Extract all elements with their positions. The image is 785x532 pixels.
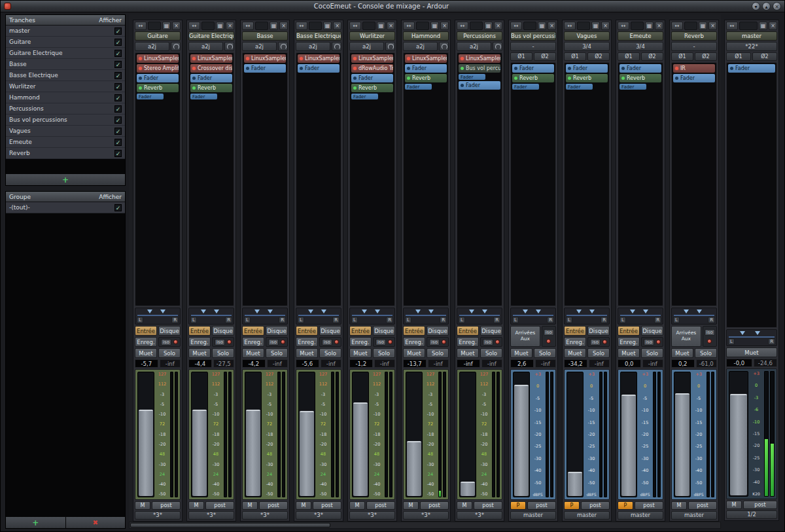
strip-hide-icon[interactable]: ×: [708, 22, 717, 30]
processor-fader[interactable]: Fader: [190, 74, 232, 82]
processor-box[interactable]: LinuxSamplerStereo AmplifieFaderReverbFa…: [135, 52, 181, 306]
phase-invert-button-2[interactable]: Ø2: [534, 52, 556, 61]
strip-visible-checkbox[interactable]: ✓: [114, 61, 122, 68]
input-source-button[interactable]: Entrée: [135, 326, 157, 336]
strip-width-button[interactable]: ↔: [510, 22, 522, 30]
meter-type-button[interactable]: P: [618, 501, 633, 510]
record-arm-button[interactable]: Enreg.: [188, 337, 211, 347]
strip-width-button[interactable]: ↔: [457, 22, 468, 30]
processor-fader[interactable]: Fader: [619, 64, 661, 73]
disk-source-button[interactable]: Disque: [641, 326, 663, 336]
strip-input-button[interactable]: a2j: [457, 42, 491, 51]
processor-linuxsampler[interactable]: LinuxSampler: [298, 54, 340, 63]
processor-box[interactable]: IRFader: [671, 62, 717, 306]
gain-display[interactable]: 0,0: [618, 359, 641, 368]
phase-invert-button-2[interactable]: Ø2: [752, 52, 777, 61]
strip-visible-checkbox[interactable]: ✓: [114, 72, 122, 79]
gain-display[interactable]: -13,7: [403, 359, 427, 368]
fader-handle[interactable]: [246, 410, 260, 496]
phase-invert-button-1[interactable]: Ø1: [618, 52, 640, 61]
meter-point-button[interactable]: post: [743, 501, 777, 509]
strip-visible-checkbox[interactable]: ✓: [114, 50, 122, 57]
meter-type-button[interactable]: M: [135, 501, 150, 510]
sidebar-strip-row[interactable]: Bus vol percussions✓: [6, 115, 125, 126]
strip-input-button[interactable]: a2j: [296, 42, 330, 51]
strip-name-button[interactable]: master: [726, 31, 777, 41]
meter-point-button[interactable]: post: [313, 501, 341, 510]
pan-control[interactable]: LR: [349, 308, 395, 325]
processor-fader[interactable]: Fader: [673, 74, 715, 82]
remove-group-button[interactable]: ✖: [66, 517, 126, 528]
sidebar-group-row[interactable]: -(tout)-✓: [6, 202, 125, 213]
meter-type-button[interactable]: M: [296, 501, 311, 510]
mute-button[interactable]: Muet: [403, 348, 425, 358]
strip-name-button[interactable]: Bus vol percussions: [510, 31, 556, 41]
phase-invert-button-2[interactable]: Ø2: [695, 52, 717, 61]
strip-width-button[interactable]: ↔: [135, 22, 147, 30]
gain-display[interactable]: -4,2: [242, 359, 266, 368]
strip-width-button[interactable]: ↔: [726, 22, 738, 30]
strip-hide-icon[interactable]: ×: [387, 22, 395, 30]
input-source-button[interactable]: Entrée: [296, 326, 318, 336]
solo-isolate-button[interactable]: iso: [322, 339, 332, 346]
midi-input-knob-icon[interactable]: [278, 42, 288, 51]
strip-width-button[interactable]: ↔: [618, 22, 629, 30]
strip-hide-icon[interactable]: ×: [769, 22, 777, 30]
fader-handle[interactable]: [353, 402, 368, 496]
processor-bus-vol-percussi[interactable]: Bus vol percussi: [459, 64, 500, 73]
strip-name-button[interactable]: Emeute: [618, 31, 663, 41]
record-arm-button[interactable]: Enreg.: [135, 337, 157, 347]
processor-reverb[interactable]: Reverb: [137, 84, 179, 92]
input-source-button[interactable]: Entrée: [242, 326, 264, 336]
mute-button[interactable]: Muet: [671, 348, 693, 358]
sidebar-strip-row[interactable]: Wurlitzer✓: [6, 81, 125, 92]
output-button[interactable]: master: [671, 511, 717, 520]
fader-handle[interactable]: [675, 393, 689, 496]
gain-display[interactable]: -1,2: [349, 359, 373, 368]
strip-input-button[interactable]: a2j: [135, 42, 169, 51]
input-source-button[interactable]: Entrée: [188, 326, 211, 336]
processor-linuxsampler[interactable]: LinuxSampler: [405, 54, 447, 63]
pan-handle-left-icon[interactable]: [630, 310, 635, 313]
input-source-button[interactable]: Entrée: [349, 326, 372, 336]
solo-isolate-button[interactable]: iso: [215, 339, 225, 346]
strip-width-button[interactable]: ↔: [349, 22, 361, 30]
processor-fader[interactable]: Fader: [459, 74, 485, 80]
output-button[interactable]: master: [510, 511, 556, 520]
midi-input-knob-icon[interactable]: [171, 42, 181, 51]
solo-isolate-button[interactable]: iso: [429, 339, 440, 346]
gain-display[interactable]: -4,4: [188, 359, 212, 368]
maximize-button[interactable]: ▴: [762, 2, 771, 10]
solo-button[interactable]: Solo: [158, 348, 181, 358]
strip-metering-icon[interactable]: ▦: [377, 22, 385, 30]
processor-box[interactable]: LinuxSamplerBus vol percussiFaderFader: [457, 52, 502, 306]
processor-reverb[interactable]: Reverb: [351, 84, 393, 92]
strip-metering-icon[interactable]: ▦: [323, 22, 332, 30]
phase-invert-button-1[interactable]: Ø1: [510, 52, 532, 61]
peak-display[interactable]: -inf: [374, 359, 395, 368]
solo-isolate-button[interactable]: iso: [375, 339, 386, 346]
gain-display[interactable]: 0,2: [671, 359, 695, 368]
horizontal-scrollbar[interactable]: [129, 522, 721, 529]
processor-drowaudio-tre[interactable]: dRowAudio Tre: [351, 64, 393, 73]
strip-visible-checkbox[interactable]: ✓: [114, 105, 122, 113]
gain-fader[interactable]: [620, 372, 637, 497]
meter-type-button[interactable]: M: [188, 501, 204, 510]
sidebar-strip-row[interactable]: Hammond✓: [6, 92, 125, 103]
output-button[interactable]: 1/2: [726, 510, 777, 519]
mute-button[interactable]: Muet: [726, 347, 777, 357]
processor-fader[interactable]: Fader: [298, 64, 340, 73]
aux-input-button[interactable]: Arrivées Aux: [510, 326, 540, 347]
meter-type-button[interactable]: M: [349, 501, 365, 510]
solo-isolate-button[interactable]: iso: [590, 339, 601, 346]
input-source-button[interactable]: Entrée: [564, 326, 586, 336]
solo-button[interactable]: Solo: [695, 348, 717, 358]
strip-metering-icon[interactable]: ▦: [538, 22, 546, 30]
strip-metering-icon[interactable]: ▦: [162, 22, 171, 30]
strip-hide-icon[interactable]: ×: [172, 22, 181, 30]
disk-source-button[interactable]: Disque: [480, 326, 502, 336]
disk-source-button[interactable]: Disque: [212, 326, 234, 336]
pan-handle-right-icon[interactable]: [268, 310, 273, 313]
pan-control[interactable]: LR: [457, 308, 502, 325]
sidebar-strip-row[interactable]: Reverb✓: [6, 148, 125, 159]
